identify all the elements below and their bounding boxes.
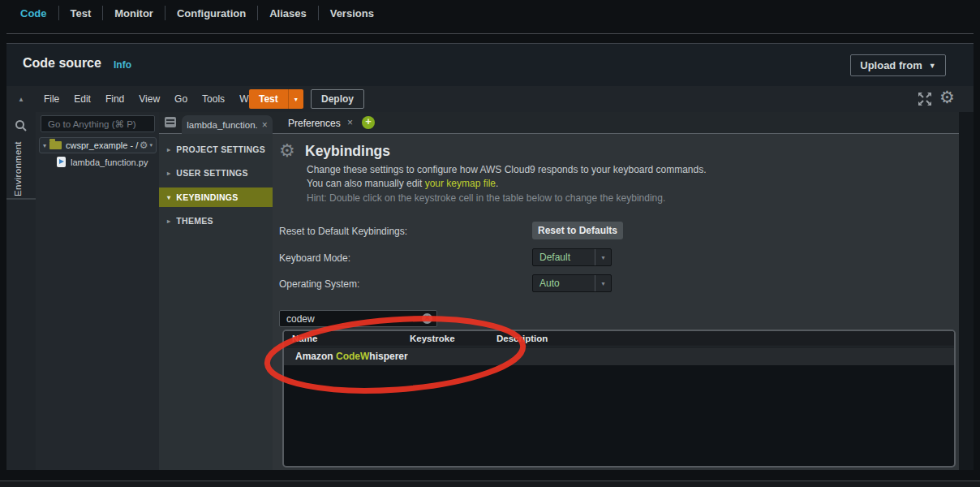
goto-anything-input[interactable] <box>41 115 155 132</box>
editor-area: lambda_function. × Preferences × + ▸ PRO… <box>159 112 965 470</box>
sidebar-item-label: KEYBINDINGS <box>176 192 238 202</box>
keybindings-table: Name Keystroke Description Amazon CodeWh… <box>282 330 956 468</box>
reset-to-defaults-button[interactable]: Reset to Defaults <box>532 222 623 239</box>
tab-lambda-function[interactable]: lambda_function. × <box>182 115 273 134</box>
folder-icon <box>49 141 62 149</box>
function-tabs: Code Test Monitor Configuration Aliases … <box>0 0 980 26</box>
deploy-button[interactable]: Deploy <box>311 89 364 109</box>
reset-keybindings-label: Reset to Default Keybindings: <box>279 226 407 237</box>
tab-aliases[interactable]: Aliases <box>258 7 318 19</box>
description-line: You can also manually edit your keymap f… <box>307 178 498 189</box>
bottom-strip <box>0 481 980 487</box>
selected-value: Auto <box>533 275 595 291</box>
description-line: Change these settings to configure how A… <box>307 164 707 175</box>
ide-menubar: ▲ File Edit Find View Go Tools Window Te… <box>6 86 974 112</box>
code-source-panel: Code source Info Upload from ▼ ▲ File Ed… <box>6 43 974 469</box>
row-name-text: hisperer <box>369 351 407 362</box>
selected-value: Default <box>533 249 595 265</box>
chevron-down-icon: ▾ <box>167 194 170 201</box>
chevron-down-icon: ▼ <box>929 62 936 70</box>
sidebar-item-keybindings[interactable]: ▾ KEYBINDINGS <box>159 187 273 207</box>
column-header-name: Name <box>292 334 317 343</box>
tab-label: lambda_function. <box>187 120 258 130</box>
row-name-text: Amazon <box>295 351 336 362</box>
menu-find[interactable]: Find <box>98 93 131 105</box>
keyboard-mode-label: Keyboard Mode: <box>279 252 350 264</box>
gear-icon: ⚙ <box>279 140 295 162</box>
hint-text: Hint: Double click on the keystroke cell… <box>307 192 665 204</box>
table-header: Name Keystroke Description <box>284 331 954 347</box>
left-icon-strip: Environment <box>6 112 36 470</box>
menu-view[interactable]: View <box>131 93 167 105</box>
tab-test[interactable]: Test <box>59 7 103 19</box>
chevron-right-icon: ▸ <box>167 170 170 177</box>
info-link[interactable]: Info <box>114 59 131 71</box>
chevron-down-icon: ▾ <box>149 142 153 149</box>
tab-versions[interactable]: Versions <box>319 7 385 19</box>
close-icon[interactable]: × <box>347 117 353 128</box>
menu-edit[interactable]: Edit <box>67 93 98 105</box>
test-dropdown-arrow[interactable]: ▾ <box>288 89 303 109</box>
tab-monitor[interactable]: Monitor <box>103 7 165 19</box>
editor-right-gutter <box>959 112 974 470</box>
description-text: . <box>496 178 498 189</box>
sidebar-item-label: PROJECT SETTINGS <box>176 144 265 154</box>
chevron-down-icon[interactable]: ▾ <box>595 275 611 291</box>
sidebar-item-label: THEMES <box>176 216 213 226</box>
search-match-text: CodeW <box>336 351 369 362</box>
python-file-icon <box>57 157 66 167</box>
preferences-sidebar: ▸ PROJECT SETTINGS ▸ USER SETTINGS ▾ KEY… <box>159 134 273 470</box>
chevron-right-icon: ▸ <box>167 146 170 153</box>
chevron-down-icon[interactable]: ▾ <box>595 249 611 265</box>
test-button-label[interactable]: Test <box>249 89 288 109</box>
tab-preferences[interactable]: Preferences <box>288 118 341 129</box>
file-explorer: ▾ cwspr_example - / ⚙ ▾ lambda_function.… <box>36 112 159 470</box>
tree-expand-icon[interactable]: ▾ <box>43 142 46 149</box>
keymap-file-link[interactable]: your keymap file <box>425 178 496 189</box>
tab-code[interactable]: Code <box>20 7 58 19</box>
collapse-panel-icon[interactable]: ▲ <box>18 96 24 103</box>
operating-system-label: Operating System: <box>279 278 359 290</box>
horizontal-divider <box>6 33 974 34</box>
folder-name: cwspr_example - / <box>66 140 140 150</box>
menu-tools[interactable]: Tools <box>195 93 232 105</box>
new-tab-button[interactable]: + <box>362 116 375 129</box>
chevron-right-icon: ▸ <box>167 218 170 225</box>
sidebar-item-themes[interactable]: ▸ THEMES <box>159 212 273 230</box>
page-title: Code source <box>23 56 101 71</box>
table-row-amazon-codewhisperer[interactable]: Amazon CodeWhisperer <box>284 347 954 365</box>
column-header-keystroke: Keystroke <box>410 334 455 343</box>
description-text: You can also manually edit <box>307 178 425 189</box>
sidebar-item-environment[interactable]: Environment <box>13 130 23 196</box>
menu-file[interactable]: File <box>37 93 67 105</box>
tree-folder-row[interactable]: ▾ cwspr_example - / ⚙ ▾ <box>39 137 157 153</box>
gear-icon[interactable]: ⚙ <box>939 88 955 107</box>
column-header-description: Description <box>496 334 548 343</box>
sidebar-item-user-settings[interactable]: ▸ USER SETTINGS <box>159 164 273 182</box>
close-icon[interactable]: × <box>262 119 268 131</box>
sidebar-item-label: USER SETTINGS <box>176 168 248 178</box>
tab-list-icon[interactable] <box>165 117 176 127</box>
upload-from-button[interactable]: Upload from ▼ <box>850 54 946 76</box>
section-title: Keybindings <box>305 143 390 160</box>
tab-configuration[interactable]: Configuration <box>165 7 257 19</box>
keybindings-panel: ⚙ Keybindings Change these settings to c… <box>273 134 951 470</box>
tree-file-row[interactable]: lambda_function.py <box>57 157 148 167</box>
fullscreen-expand-icon[interactable] <box>917 91 933 107</box>
file-name: lambda_function.py <box>71 157 148 167</box>
folder-settings-gear-icon[interactable]: ⚙ <box>140 140 148 151</box>
keybindings-search-input[interactable] <box>279 310 437 327</box>
upload-from-label: Upload from <box>860 59 922 71</box>
sidebar-item-project-settings[interactable]: ▸ PROJECT SETTINGS <box>159 140 273 158</box>
clear-search-icon[interactable]: × <box>422 313 432 324</box>
keyboard-mode-select[interactable]: Default ▾ <box>532 248 612 266</box>
environment-tab-underline <box>6 198 36 200</box>
editor-tabstrip: lambda_function. × Preferences × + <box>159 112 965 134</box>
menu-go[interactable]: Go <box>167 93 195 105</box>
test-split-button[interactable]: Test ▾ <box>249 89 303 109</box>
menu-list: File Edit Find View Go Tools Window <box>37 93 282 105</box>
operating-system-select[interactable]: Auto ▾ <box>532 274 612 292</box>
